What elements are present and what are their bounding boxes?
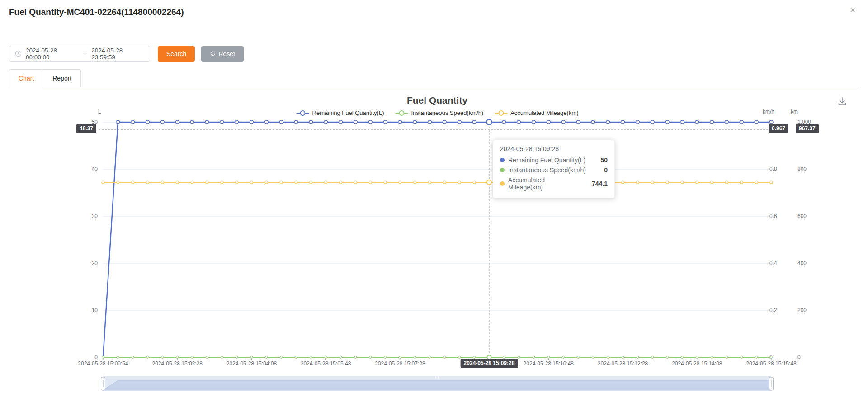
data-point bbox=[116, 120, 120, 124]
y-axis-tick: 10 bbox=[92, 307, 98, 313]
data-point bbox=[117, 181, 119, 184]
y-axis-tick: 40 bbox=[92, 166, 98, 172]
datazoom-slider[interactable] bbox=[101, 376, 774, 390]
y-axis-tick: 0.8 bbox=[769, 166, 777, 172]
data-point bbox=[740, 181, 743, 184]
data-point bbox=[265, 356, 268, 359]
data-point bbox=[280, 181, 283, 184]
data-point bbox=[621, 120, 625, 124]
y-axis-tick: 0 bbox=[797, 354, 801, 360]
data-point bbox=[518, 356, 520, 359]
data-point bbox=[131, 120, 135, 124]
data-point bbox=[770, 181, 773, 184]
data-point bbox=[221, 181, 223, 184]
close-icon[interactable]: × bbox=[846, 4, 859, 16]
data-point bbox=[399, 356, 401, 359]
data-point bbox=[354, 181, 357, 184]
data-point bbox=[458, 181, 461, 184]
tooltip-series-label: Remaining Fuel Quantity(L) bbox=[500, 156, 585, 164]
data-point bbox=[487, 180, 491, 185]
date-start-value[interactable]: 2024-05-28 00:00:00 bbox=[26, 47, 79, 61]
data-point bbox=[294, 120, 298, 124]
data-point bbox=[340, 356, 342, 359]
data-point bbox=[711, 181, 713, 184]
data-point bbox=[472, 120, 476, 124]
x-axis-tick: 2024-05-28 15:14:08 bbox=[672, 360, 722, 367]
data-point bbox=[696, 356, 698, 359]
tooltip-series-label: Instantaneous Speed(km/h) bbox=[500, 166, 586, 174]
data-point bbox=[369, 181, 372, 184]
data-point bbox=[414, 356, 416, 359]
data-point bbox=[383, 120, 387, 124]
data-point bbox=[533, 356, 535, 359]
data-point bbox=[666, 356, 669, 359]
data-point bbox=[576, 120, 580, 124]
data-point bbox=[429, 356, 431, 359]
data-point bbox=[384, 356, 387, 359]
y-axis-tick: 600 bbox=[797, 213, 807, 219]
data-point bbox=[428, 120, 432, 124]
search-button[interactable]: Search bbox=[158, 46, 195, 62]
data-point bbox=[132, 356, 134, 359]
series-1 bbox=[103, 119, 773, 357]
pointer-badge-left-axis: 48.37 bbox=[76, 124, 96, 133]
data-point bbox=[236, 181, 238, 184]
data-point bbox=[547, 120, 550, 124]
x-axis-tick: 2024-05-28 15:10:48 bbox=[524, 360, 574, 367]
data-point bbox=[398, 120, 402, 124]
page-title: Fuel Quantity-MC401-02264(114800002264) bbox=[9, 7, 184, 17]
y-axis-tick: 0.4 bbox=[769, 260, 777, 266]
data-point bbox=[443, 181, 446, 184]
data-point bbox=[206, 356, 208, 359]
y-axis-tick: 0.6 bbox=[769, 213, 777, 219]
data-point bbox=[160, 120, 164, 124]
y-axis-tick: 200 bbox=[797, 307, 807, 313]
data-point bbox=[235, 120, 239, 124]
data-point bbox=[473, 356, 476, 359]
data-point bbox=[102, 181, 104, 184]
data-point bbox=[161, 181, 164, 184]
data-point bbox=[458, 120, 461, 124]
data-point bbox=[651, 181, 654, 184]
data-point bbox=[680, 120, 684, 124]
tab-report[interactable]: Report bbox=[43, 69, 81, 87]
data-point bbox=[696, 181, 698, 184]
series-2 bbox=[102, 355, 773, 360]
data-point bbox=[354, 356, 357, 359]
data-point bbox=[102, 356, 104, 359]
data-point bbox=[547, 356, 550, 359]
x-axis-tick: 2024-05-28 15:04:08 bbox=[226, 360, 277, 367]
chart-area: Fuel Quantity Remaining Fuel Quantity(L)… bbox=[0, 90, 868, 403]
reset-button[interactable]: Reset bbox=[201, 46, 244, 62]
data-point bbox=[280, 356, 283, 359]
tooltip-series-value: 0 bbox=[604, 166, 608, 174]
datazoom-filler[interactable] bbox=[103, 379, 771, 390]
data-point bbox=[591, 120, 595, 124]
data-point bbox=[695, 120, 699, 124]
data-point bbox=[740, 120, 743, 124]
y-axis-tick: 0.2 bbox=[769, 307, 777, 313]
data-point bbox=[236, 356, 238, 359]
tab-chart[interactable]: Chart bbox=[9, 69, 43, 87]
data-point bbox=[651, 356, 654, 359]
tooltip-series-value: 50 bbox=[600, 156, 608, 164]
data-point bbox=[577, 356, 580, 359]
data-point bbox=[175, 120, 179, 124]
data-point bbox=[681, 356, 683, 359]
data-point bbox=[443, 356, 446, 359]
datazoom-move-handle[interactable] bbox=[103, 376, 771, 379]
date-range-picker[interactable]: 2024-05-28 00:00:00 - 2024-05-28 23:59:5… bbox=[9, 46, 150, 62]
series-color-dot bbox=[500, 181, 505, 186]
data-point bbox=[117, 356, 119, 359]
tooltip-series-value: 744.1 bbox=[592, 180, 608, 187]
x-axis-tick: 2024-05-28 15:02:28 bbox=[152, 360, 203, 367]
y-axis-unit: km bbox=[791, 109, 798, 115]
data-point bbox=[414, 181, 416, 184]
y-axis-tick: 0 bbox=[94, 354, 98, 360]
tab-bar: Chart Report bbox=[9, 69, 859, 87]
date-end-value[interactable]: 2024-05-28 23:59:59 bbox=[91, 47, 144, 61]
data-point bbox=[651, 120, 654, 124]
data-point bbox=[636, 181, 639, 184]
data-point bbox=[473, 181, 476, 184]
data-point bbox=[221, 356, 223, 359]
